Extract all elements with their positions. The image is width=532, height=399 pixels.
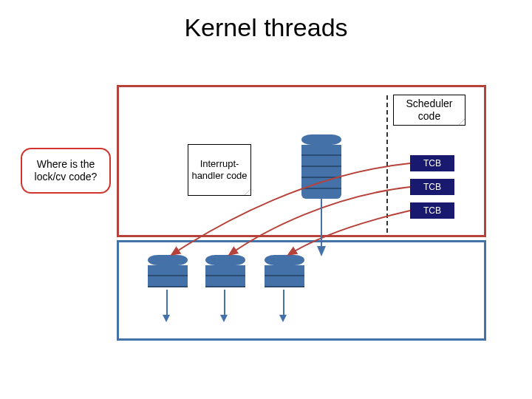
arrow-tcb-to-thread-1 (171, 163, 410, 255)
arrow-tcb-to-thread-3 (288, 211, 410, 255)
arrows-overlay (0, 0, 532, 399)
arrow-tcb-to-thread-2 (229, 187, 410, 255)
